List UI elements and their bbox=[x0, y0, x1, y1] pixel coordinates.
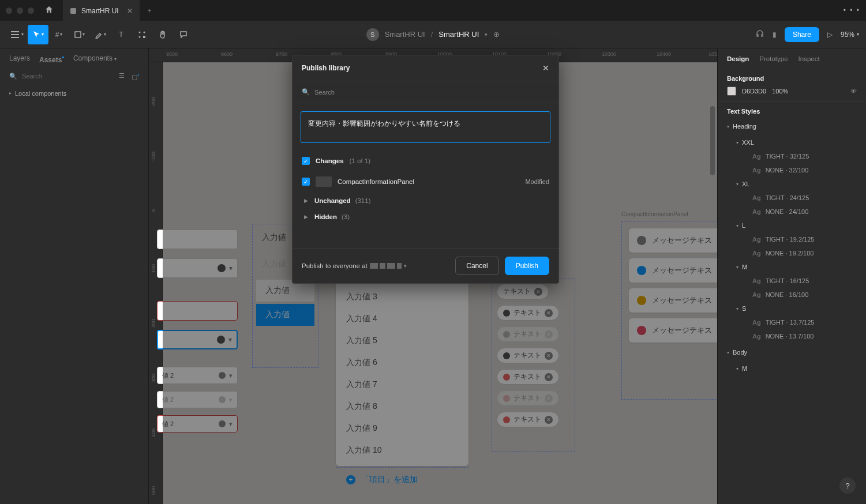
search-icon: 🔍 bbox=[302, 88, 310, 96]
unchanged-section[interactable]: ▶ Unchanged (311) bbox=[293, 193, 558, 209]
left-panel: Layers Assets• Components ▾ 🔍 Search ☰ ▢… bbox=[0, 48, 149, 504]
move-tool[interactable]: ▾ bbox=[28, 25, 48, 44]
titlebar: SmartHR UI ✕ ＋ • • • bbox=[0, 0, 866, 21]
text-style-heading[interactable]: ▾Heading bbox=[727, 119, 857, 133]
headphones-icon[interactable] bbox=[755, 29, 764, 40]
text-style-l[interactable]: ▾L bbox=[736, 219, 857, 232]
close-tab-icon[interactable]: ✕ bbox=[127, 7, 133, 15]
svg-rect-0 bbox=[70, 8, 76, 14]
help-button[interactable]: ? bbox=[839, 477, 856, 494]
text-tool[interactable]: T bbox=[111, 25, 132, 44]
local-components-section[interactable]: ▸ Local components bbox=[0, 84, 148, 103]
svg-rect-4 bbox=[75, 32, 81, 37]
text-style-xxl[interactable]: ▾XXL bbox=[736, 136, 857, 149]
svg-rect-8 bbox=[143, 36, 145, 38]
svg-point-7 bbox=[139, 36, 141, 37]
scrollbar[interactable] bbox=[710, 106, 715, 175]
changed-component-row[interactable]: ✓ CompactInformationPanel Modified bbox=[293, 171, 558, 193]
list-item[interactable]: AgNONE · 13.7/100 bbox=[736, 329, 857, 343]
publish-button[interactable]: Publish bbox=[505, 257, 549, 275]
chevron-down-icon: ▾ bbox=[404, 263, 407, 269]
present-icon[interactable]: ▷ bbox=[827, 31, 833, 39]
status-badge: Modified bbox=[525, 178, 549, 185]
list-view-icon[interactable]: ☰ bbox=[119, 72, 125, 81]
pen-tool[interactable]: ▾ bbox=[90, 25, 111, 44]
shape-tool[interactable]: ▾ bbox=[69, 25, 90, 44]
project-name[interactable]: SmartHR UI bbox=[385, 30, 425, 39]
list-item[interactable]: AgNONE · 24/100 bbox=[736, 205, 857, 219]
text-style-body-m[interactable]: ▾M bbox=[736, 362, 857, 375]
checkbox-checked[interactable]: ✓ bbox=[302, 178, 310, 186]
resources-icon[interactable] bbox=[132, 25, 152, 44]
list-item[interactable]: AgTIGHT · 32/125 bbox=[736, 149, 857, 163]
list-item[interactable]: AgTIGHT · 19.2/125 bbox=[736, 232, 857, 246]
list-item[interactable]: AgNONE · 19.2/100 bbox=[736, 246, 857, 260]
checkbox-checked[interactable]: ✓ bbox=[302, 157, 310, 165]
list-item[interactable]: AgTIGHT · 16/125 bbox=[736, 274, 857, 288]
new-tab-button[interactable]: ＋ bbox=[140, 1, 159, 20]
library-icon[interactable]: ▢• bbox=[132, 72, 139, 81]
cancel-button[interactable]: Cancel bbox=[455, 257, 498, 275]
text-style-body[interactable]: ▾Body bbox=[727, 345, 857, 359]
svg-rect-1 bbox=[11, 31, 19, 32]
share-button[interactable]: Share bbox=[785, 27, 819, 42]
changes-header[interactable]: ✓ Changes (1 of 1) bbox=[293, 151, 558, 171]
assets-search[interactable]: 🔍 Search ☰ ▢• bbox=[0, 69, 148, 84]
team-avatar[interactable]: S bbox=[366, 28, 379, 41]
close-icon[interactable]: ✕ bbox=[542, 63, 549, 73]
document-title: S SmartHR UI / SmartHR UI ▾ ⊕ bbox=[366, 28, 500, 41]
background-opacity[interactable]: 100% bbox=[772, 88, 788, 95]
chevron-right-icon: ▶ bbox=[302, 214, 310, 220]
text-style-s[interactable]: ▾S bbox=[736, 302, 857, 315]
memory-icon[interactable]: ▮ bbox=[773, 31, 777, 39]
more-menu-icon[interactable]: • • • bbox=[843, 6, 860, 14]
close-window[interactable] bbox=[6, 7, 12, 14]
publish-scope[interactable]: Publish to everyone at ▾ bbox=[302, 262, 407, 269]
tab-components[interactable]: Components ▾ bbox=[73, 54, 117, 64]
description-input[interactable]: 変更内容・影響範囲がわかりやすい名前をつける bbox=[301, 111, 550, 143]
modal-title: Publish library bbox=[302, 64, 350, 72]
modal-search[interactable]: 🔍 Search bbox=[293, 81, 558, 103]
list-item[interactable]: AgTIGHT · 24/125 bbox=[736, 191, 857, 205]
frame-tool[interactable]: #▾ bbox=[48, 25, 69, 44]
list-item[interactable]: AgNONE · 16/100 bbox=[736, 288, 857, 302]
chevron-down-icon[interactable]: ▾ bbox=[485, 32, 488, 37]
svg-point-6 bbox=[144, 31, 145, 33]
svg-point-5 bbox=[139, 31, 141, 33]
window-controls bbox=[6, 7, 34, 14]
minimize-window[interactable] bbox=[17, 7, 23, 14]
svg-rect-3 bbox=[11, 37, 19, 38]
list-item[interactable]: AgTIGHT · 13.7/125 bbox=[736, 315, 857, 329]
text-styles-section: Text Styles ▾Heading ▾XXL AgTIGHT · 32/1… bbox=[718, 102, 866, 383]
text-style-xl[interactable]: ▾XL bbox=[736, 177, 857, 191]
zoom-menu[interactable]: 95%▾ bbox=[841, 31, 859, 39]
file-tab[interactable]: SmartHR UI ✕ bbox=[63, 0, 140, 21]
left-panel-tabs: Layers Assets• Components ▾ bbox=[0, 48, 148, 69]
toolbar: ▾ ▾ #▾ ▾ ▾ T S SmartHR UI / SmartHR UI ▾… bbox=[0, 21, 866, 48]
maximize-window[interactable] bbox=[28, 7, 34, 14]
tab-design[interactable]: Design bbox=[727, 55, 749, 62]
component-thumbnail bbox=[316, 176, 332, 187]
background-section: Background D6D3D0 100% 👁 bbox=[718, 69, 866, 102]
multiplayer-icon[interactable]: ⊕ bbox=[493, 30, 500, 39]
tab-assets[interactable]: Assets• bbox=[39, 54, 64, 64]
color-swatch[interactable] bbox=[727, 86, 736, 96]
right-panel-tabs: Design Prototype Inspect bbox=[718, 48, 866, 69]
main-menu-icon[interactable]: ▾ bbox=[7, 25, 28, 44]
list-item[interactable]: AgNONE · 32/100 bbox=[736, 163, 857, 177]
file-name[interactable]: SmartHR UI bbox=[438, 30, 479, 39]
tab-label: SmartHR UI bbox=[81, 7, 119, 15]
comment-tool[interactable] bbox=[173, 25, 194, 44]
home-icon[interactable] bbox=[44, 5, 54, 16]
svg-rect-2 bbox=[11, 34, 19, 35]
hand-tool[interactable] bbox=[152, 25, 173, 44]
search-icon: 🔍 bbox=[9, 73, 17, 80]
tab-inspect[interactable]: Inspect bbox=[798, 55, 820, 62]
visibility-icon[interactable]: 👁 bbox=[850, 88, 857, 95]
text-style-m[interactable]: ▾M bbox=[736, 260, 857, 274]
tab-layers[interactable]: Layers bbox=[9, 54, 30, 64]
background-hex[interactable]: D6D3D0 bbox=[742, 88, 766, 95]
tab-prototype[interactable]: Prototype bbox=[759, 55, 788, 62]
hidden-section[interactable]: ▶ Hidden (3) bbox=[293, 209, 558, 225]
publish-library-modal: Publish library ✕ 🔍 Search 変更内容・影響範囲がわかり… bbox=[292, 55, 559, 284]
